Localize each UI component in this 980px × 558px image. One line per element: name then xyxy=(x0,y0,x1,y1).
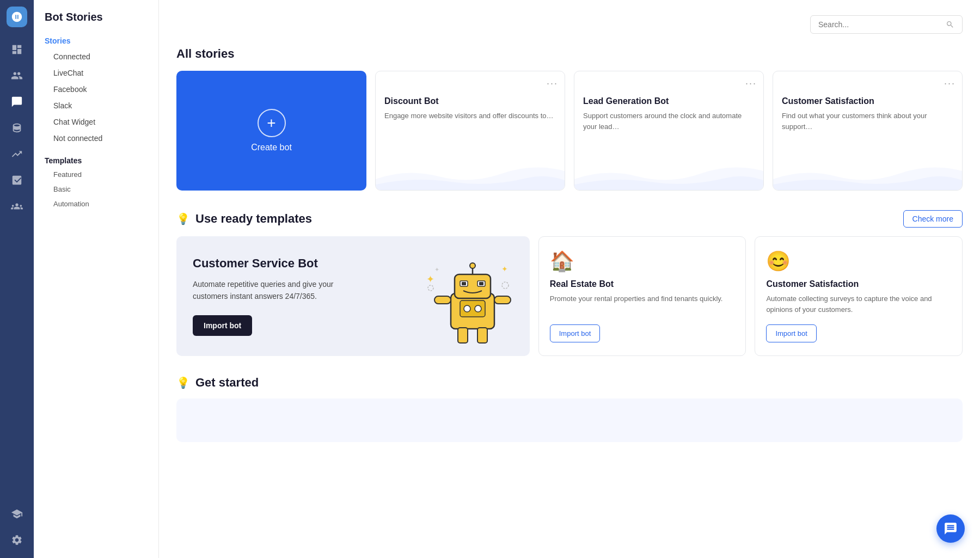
featured-template-desc: Automate repetitive queries and give you… xyxy=(193,278,345,303)
get-started-icon: 💡 xyxy=(176,376,190,389)
svg-text:✦: ✦ xyxy=(434,266,439,273)
templates-header-left: 💡 Use ready templates xyxy=(176,212,312,226)
card-menu-0[interactable]: ··· xyxy=(547,78,558,89)
card-menu-2[interactable]: ··· xyxy=(944,78,955,89)
nav-chat[interactable] xyxy=(5,90,28,113)
customer-sat-desc: Automate collecting surveys to capture t… xyxy=(766,293,951,318)
svg-rect-9 xyxy=(494,296,511,304)
chat-fab[interactable] xyxy=(936,514,965,543)
templates-section-title: Use ready templates xyxy=(195,212,312,226)
bot-card-title-0: Discount Bot xyxy=(384,96,556,106)
svg-point-3 xyxy=(470,263,475,268)
svg-point-18 xyxy=(502,282,509,289)
get-started-title: Get started xyxy=(195,376,259,390)
svg-rect-6 xyxy=(462,282,466,285)
bot-card-desc-2: Find out what your customers think about… xyxy=(782,111,953,132)
svg-rect-7 xyxy=(479,282,483,285)
svg-point-19 xyxy=(428,285,433,291)
create-bot-card[interactable]: + Create bot xyxy=(176,71,366,191)
get-started-content xyxy=(176,398,963,442)
search-box[interactable] xyxy=(810,15,963,34)
svg-text:✦: ✦ xyxy=(426,274,434,285)
svg-rect-11 xyxy=(477,328,487,343)
bot-card-0: ··· Discount Bot Engage more website vis… xyxy=(375,71,565,191)
card-wave-0 xyxy=(376,157,565,190)
nav-basic[interactable]: Basic xyxy=(34,182,158,197)
nav-reports[interactable] xyxy=(5,169,28,192)
nav-not-connected[interactable]: Not connected xyxy=(34,130,158,146)
real-estate-desc: Promote your rental properties and find … xyxy=(550,293,735,318)
nav-livechat[interactable]: LiveChat xyxy=(34,65,158,81)
bot-card-2: ··· Customer Satisfaction Find out what … xyxy=(773,71,963,191)
featured-import-button[interactable]: Import bot xyxy=(193,315,252,336)
bot-card-1: ··· Lead Generation Bot Support customer… xyxy=(574,71,764,191)
nav-team[interactable] xyxy=(5,195,28,218)
nav-stories-section[interactable]: Stories xyxy=(34,33,158,48)
real-estate-icon: 🏠 xyxy=(550,250,735,273)
nav-analytics[interactable] xyxy=(5,143,28,165)
real-estate-title: Real Estate Bot xyxy=(550,279,735,289)
card-wave-2 xyxy=(773,157,962,190)
nav-connected[interactable]: Connected xyxy=(34,48,158,65)
bot-card-title-2: Customer Satisfaction xyxy=(782,96,953,106)
nav-templates-group: Templates xyxy=(34,151,158,167)
page-title: Bot Stories xyxy=(34,11,158,33)
real-estate-template: 🏠 Real Estate Bot Promote your rental pr… xyxy=(538,236,746,356)
svg-rect-10 xyxy=(458,328,468,343)
nav-settings[interactable] xyxy=(5,529,28,551)
nav-chat-widget[interactable]: Chat Widget xyxy=(34,114,158,130)
customer-sat-icon: 😊 xyxy=(766,250,951,273)
card-wave-1 xyxy=(574,157,763,190)
bot-card-desc-0: Engage more website visitors and offer d… xyxy=(384,111,556,121)
icon-sidebar xyxy=(0,0,34,558)
app-logo[interactable] xyxy=(7,7,27,27)
real-estate-import-button[interactable]: Import bot xyxy=(550,324,601,342)
featured-illustration: ✦ ✦ ✦ xyxy=(410,236,530,356)
get-started-header: 💡 Get started xyxy=(176,376,963,390)
svg-text:✦: ✦ xyxy=(501,265,508,273)
top-bar xyxy=(176,15,963,34)
svg-point-14 xyxy=(475,305,481,312)
bot-card-title-1: Lead Generation Bot xyxy=(583,96,755,106)
nav-featured[interactable]: Featured xyxy=(34,167,158,182)
main-content: All stories + Create bot ··· Discount Bo… xyxy=(159,0,980,558)
card-menu-1[interactable]: ··· xyxy=(745,78,757,89)
templates-grid: Customer Service Bot Automate repetitive… xyxy=(176,236,963,356)
create-bot-label: Create bot xyxy=(251,143,292,152)
create-circle: + xyxy=(258,109,286,137)
svg-point-13 xyxy=(464,305,470,312)
nav-academy[interactable] xyxy=(5,502,28,525)
left-nav: Bot Stories Stories Connected LiveChat F… xyxy=(34,0,159,558)
customer-sat-template: 😊 Customer Satisfaction Automate collect… xyxy=(755,236,963,356)
bot-card-desc-1: Support customers around the clock and a… xyxy=(583,111,755,132)
nav-dashboard[interactable] xyxy=(5,38,28,61)
featured-template-title: Customer Service Bot xyxy=(193,256,356,272)
nav-facebook[interactable]: Facebook xyxy=(34,81,158,97)
nav-database[interactable] xyxy=(5,116,28,139)
nav-contacts[interactable] xyxy=(5,64,28,87)
search-input[interactable] xyxy=(818,20,946,29)
svg-rect-8 xyxy=(434,296,451,304)
check-more-button[interactable]: Check more xyxy=(903,210,963,228)
all-stories-title: All stories xyxy=(176,47,963,61)
nav-automation[interactable]: Automation xyxy=(34,197,158,211)
lightbulb-icon: 💡 xyxy=(176,212,190,225)
stories-grid: + Create bot ··· Discount Bot Engage mor… xyxy=(176,71,963,191)
search-icon xyxy=(946,20,954,29)
bot-illustration: ✦ ✦ ✦ xyxy=(415,242,530,356)
customer-sat-import-button[interactable]: Import bot xyxy=(766,324,817,342)
nav-slack[interactable]: Slack xyxy=(34,97,158,114)
templates-section-header: 💡 Use ready templates Check more xyxy=(176,210,963,228)
customer-sat-title: Customer Satisfaction xyxy=(766,279,951,289)
featured-template: Customer Service Bot Automate repetitive… xyxy=(176,236,530,356)
